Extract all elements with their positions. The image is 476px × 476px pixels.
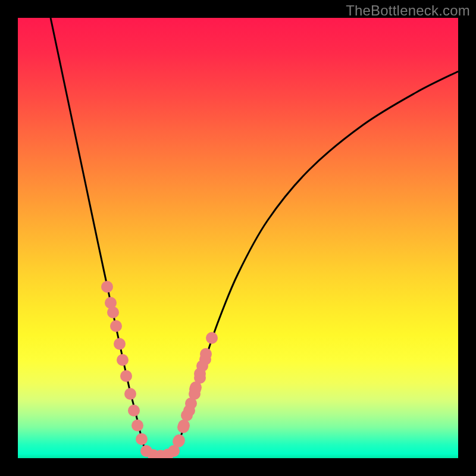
plot-area (18, 18, 458, 458)
chart-svg (18, 18, 458, 458)
data-dot (131, 419, 143, 431)
data-dot (199, 353, 211, 365)
data-dot (101, 281, 113, 293)
dots-group (101, 281, 218, 458)
data-dot (107, 306, 119, 318)
data-dot (173, 436, 184, 447)
data-dot (206, 332, 218, 344)
data-dot (190, 381, 202, 393)
outer-frame: TheBottleneck.com (0, 0, 476, 476)
bottleneck-curve (51, 18, 458, 456)
data-dot (120, 370, 132, 382)
data-dot (136, 433, 148, 445)
data-dot (124, 388, 136, 400)
watermark-text: TheBottleneck.com (346, 2, 470, 19)
data-dot (178, 419, 190, 431)
data-dot (128, 405, 140, 416)
curve-group (51, 18, 458, 456)
data-dot (114, 338, 126, 350)
data-dot (110, 320, 122, 332)
data-dot (117, 354, 129, 366)
data-dot (183, 405, 195, 416)
